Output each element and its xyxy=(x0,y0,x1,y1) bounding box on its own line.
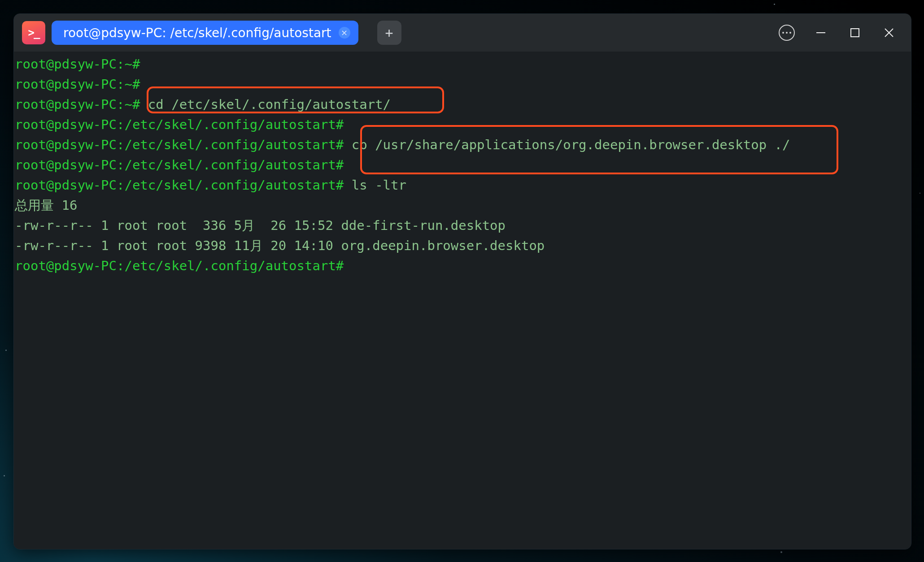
titlebar[interactable]: >_ root@pdsyw-PC: /etc/skel/.config/auto… xyxy=(14,14,911,52)
bg-star xyxy=(5,350,7,351)
terminal-line: root@pdsyw-PC:~# cd /etc/skel/.config/au… xyxy=(14,95,911,115)
tab-close-button[interactable]: × xyxy=(339,27,350,39)
terminal-line: root@pdsyw-PC:~# xyxy=(14,54,911,74)
bg-star xyxy=(4,475,5,476)
terminal-body[interactable]: root@pdsyw-PC:~# root@pdsyw-PC:~# root@p… xyxy=(14,52,911,549)
terminal-line: root@pdsyw-PC:/etc/skel/.config/autostar… xyxy=(14,135,911,155)
new-tab-button[interactable]: + xyxy=(377,21,401,45)
terminal-window: >_ root@pdsyw-PC: /etc/skel/.config/auto… xyxy=(13,13,911,549)
bg-star xyxy=(920,193,920,194)
bg-star xyxy=(774,4,775,5)
terminal-output: -rw-r--r-- 1 root root 9398 11月 20 14:10… xyxy=(14,236,911,256)
close-icon xyxy=(883,27,895,39)
tab-title: root@pdsyw-PC: /etc/skel/.config/autosta… xyxy=(63,26,331,40)
app-icon: >_ xyxy=(22,21,45,44)
tab-active[interactable]: root@pdsyw-PC: /etc/skel/.config/autosta… xyxy=(52,21,358,45)
menu-button[interactable] xyxy=(773,19,801,47)
menu-dots-icon xyxy=(779,25,795,41)
svg-rect-1 xyxy=(851,29,859,37)
bg-star xyxy=(780,551,782,553)
terminal-line: root@pdsyw-PC:/etc/skel/.config/autostar… xyxy=(14,256,911,276)
terminal-line: root@pdsyw-PC:/etc/skel/.config/autostar… xyxy=(14,175,911,195)
minimize-icon xyxy=(815,27,827,39)
close-button[interactable] xyxy=(875,19,903,47)
terminal-line: root@pdsyw-PC:/etc/skel/.config/autostar… xyxy=(14,155,911,175)
maximize-icon xyxy=(850,27,860,38)
maximize-button[interactable] xyxy=(841,19,869,47)
terminal-line: root@pdsyw-PC:~# xyxy=(14,74,911,95)
terminal-output: 总用量 16 xyxy=(14,195,911,216)
terminal-line: root@pdsyw-PC:/etc/skel/.config/autostar… xyxy=(14,115,911,135)
plus-icon: + xyxy=(385,25,393,41)
terminal-output: -rw-r--r-- 1 root root 336 5月 26 15:52 d… xyxy=(14,216,911,236)
minimize-button[interactable] xyxy=(807,19,835,47)
